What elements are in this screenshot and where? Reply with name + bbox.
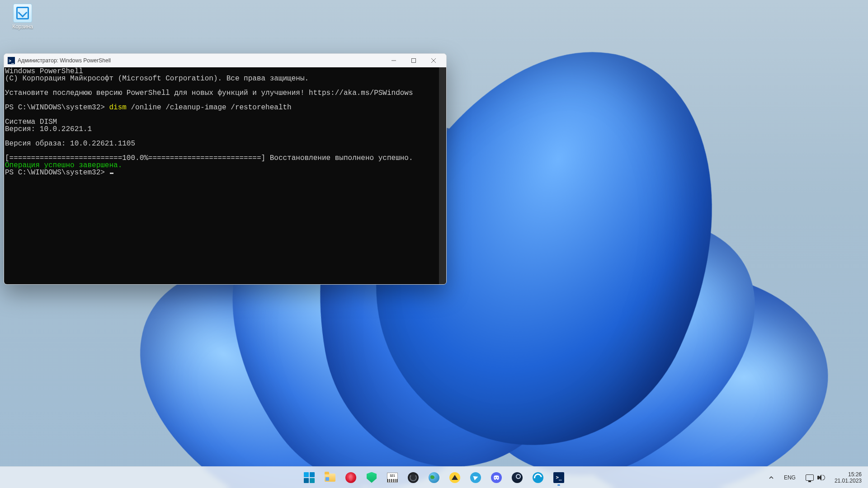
svg-rect-1 [412,59,416,63]
taskbar-explorer[interactable] [321,469,339,487]
taskbar-swirl-app[interactable] [529,469,547,487]
powershell-window[interactable]: >_ Администратор: Windows PowerShell Win… [4,53,447,285]
window-titlebar[interactable]: >_ Администратор: Windows PowerShell [4,54,446,67]
shield-icon [367,472,377,483]
swirl-app-icon [533,472,543,483]
recycle-bin-icon [13,4,32,23]
powershell-taskbar-icon: >_ [553,472,564,483]
volume-icon [817,474,825,481]
network-icon [806,474,814,481]
clock-time: 15:26 [835,471,862,478]
cursor-icon [110,173,113,174]
minimize-button[interactable] [384,54,404,67]
taskbar-right: ENG 15:26 21.01.2023 [766,469,864,486]
term-prompt: PS C:\WINDOWS\system32> [5,103,109,112]
taskbar-globe[interactable] [425,469,443,487]
term-prompt: PS C:\WINDOWS\system32> [5,169,109,177]
start-button[interactable] [300,469,318,487]
clock-date: 21.01.2023 [835,478,862,484]
windows-logo-icon [304,472,315,483]
terminal-output[interactable]: Windows PowerShell (C) Корпорация Майкро… [4,67,446,284]
file-explorer-icon [325,474,335,482]
globe-icon [429,472,439,483]
term-command: dism [109,103,126,112]
terminal-scrollbar[interactable] [439,67,446,284]
discord-icon [491,472,502,483]
taskbar-triangle-app[interactable] [446,469,464,487]
taskbar-security[interactable] [363,469,381,487]
taskbar-center: >_ [300,469,568,487]
term-line: Установите последнюю версию PowerShell д… [5,89,413,97]
language-indicator[interactable]: ENG [781,473,798,483]
desktop[interactable]: Корзина >_ Администратор: Windows PowerS… [0,0,868,488]
recycle-bin[interactable]: Корзина [5,4,40,30]
maximize-button[interactable] [404,54,424,67]
tray-overflow-button[interactable] [766,472,777,483]
taskbar[interactable]: >_ ENG 15:26 21.01.2023 [0,466,868,488]
taskbar-powershell[interactable]: >_ [550,469,568,487]
taskbar-discord[interactable] [487,469,505,487]
term-line: Версия: 10.0.22621.1 [5,125,92,133]
system-tray[interactable] [803,472,827,483]
taskbar-mpc[interactable] [383,469,401,487]
triangle-app-icon [449,472,460,483]
recycle-bin-label: Корзина [5,23,40,30]
powershell-icon: >_ [8,57,15,64]
window-title: Администратор: Windows PowerShell [18,57,384,64]
opera-icon [345,472,356,483]
taskbar-steam[interactable] [508,469,526,487]
close-button[interactable] [424,54,443,67]
term-line: (C) Корпорация Майкрософт (Microsoft Cor… [5,75,309,83]
obs-icon [408,472,419,483]
steam-icon [512,472,523,483]
term-line: Версия образа: 10.0.22621.1105 [5,140,135,148]
telegram-icon [470,472,481,483]
taskbar-clock[interactable]: 15:26 21.01.2023 [832,469,864,486]
taskbar-obs[interactable] [404,469,422,487]
taskbar-telegram[interactable] [467,469,485,487]
term-args: /online /cleanup-image /restorehealth [127,103,292,112]
media-player-icon [387,473,398,483]
taskbar-opera[interactable] [342,469,360,487]
